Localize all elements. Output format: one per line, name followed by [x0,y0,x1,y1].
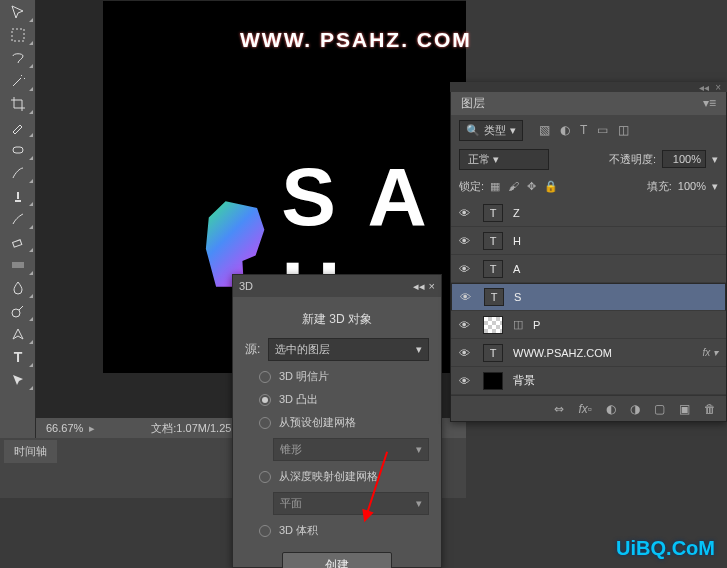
panel-3d: 3D ◂◂ × 新建 3D 对象 源: 选中的图层 ▾ 3D 明信片 3D 凸出… [232,274,442,568]
path-select-tool[interactable] [2,369,34,391]
layer-row[interactable]: 👁TWWW.PSAHZ.COMfx ▾ [451,339,726,367]
filter-type-icon[interactable]: T [580,123,587,137]
lock-row: 锁定: ▦ 🖌 ✥ 🔒 填充: 100% ▾ [451,173,726,199]
chevron-down-icon: ▾ [416,343,422,356]
lock-position-icon[interactable]: ✥ [527,180,536,193]
new-layer-icon[interactable]: ▣ [679,402,690,416]
filter-adjust-icon[interactable]: ◐ [560,123,570,137]
heal-tool[interactable] [2,139,34,161]
fx-icon[interactable]: fx▫ [578,402,592,416]
svg-rect-3 [12,262,24,268]
blend-row: 正常 ▾ 不透明度: 100% ▾ [451,145,726,173]
radio-postcard[interactable]: 3D 明信片 [259,369,429,384]
crop-tool[interactable] [2,93,34,115]
radio-volume[interactable]: 3D 体积 [259,523,429,538]
layer-name[interactable]: 背景 [513,373,718,388]
svg-rect-2 [13,240,22,247]
visibility-icon[interactable]: 👁 [459,347,473,359]
visibility-icon[interactable]: 👁 [459,375,473,387]
layer-name[interactable]: WWW.PSAHZ.COM [513,347,692,359]
trash-icon[interactable]: 🗑 [704,402,716,416]
layer-row[interactable]: 👁背景 [451,367,726,395]
pen-tool[interactable] [2,323,34,345]
layers-panel: 图层 ▾≡ 🔍 类型 ▾ ▧ ◐ T ▭ ◫ 正常 ▾ 不透明度: 100% ▾… [450,82,727,422]
layer-thumb: T [483,344,503,362]
timeline-tab[interactable]: 时间轴 [4,440,57,463]
marquee-tool[interactable] [2,24,34,46]
blend-mode-select[interactable]: 正常 ▾ [459,149,549,170]
layer-row[interactable]: 👁TS [451,283,726,311]
layer-row[interactable]: 👁TZ [451,199,726,227]
layer-thumb [483,316,503,334]
panel-3d-tab[interactable]: 3D [239,280,253,292]
group-icon[interactable]: ▢ [654,402,665,416]
mask-icon[interactable]: ◐ [606,402,616,416]
fill-label: 填充: [647,179,672,194]
panel-3d-header[interactable]: 3D ◂◂ × [233,275,441,297]
source-select[interactable]: 选中的图层 ▾ [268,338,429,361]
gradient-tool[interactable] [2,254,34,276]
radio-extrude[interactable]: 3D 凸出 [259,392,429,407]
layer-name[interactable]: A [513,263,718,275]
layer-name[interactable]: S [514,291,717,303]
wand-tool[interactable] [2,70,34,92]
filter-smart-icon[interactable]: ◫ [618,123,629,137]
filter-pixel-icon[interactable]: ▧ [539,123,550,137]
move-tool[interactable] [2,1,34,23]
layers-tab[interactable]: 图层 [461,95,485,112]
dodge-tool[interactable] [2,300,34,322]
watermark-url: WWW. PSAHZ. COM [240,28,472,52]
blur-tool[interactable] [2,277,34,299]
svg-point-4 [12,309,20,317]
layer-row[interactable]: 👁◫P [451,311,726,339]
visibility-icon[interactable]: 👁 [459,235,473,247]
stamp-tool[interactable] [2,185,34,207]
visibility-icon[interactable]: 👁 [459,319,473,331]
layers-bottom-bar: ⇔ fx▫ ◐ ◑ ▢ ▣ 🗑 [451,395,726,421]
chevron-down-icon[interactable]: ▾ [712,180,718,193]
visibility-icon[interactable]: 👁 [460,291,474,303]
panel-3d-controls: ◂◂ × [413,280,435,293]
adjustment-icon[interactable]: ◑ [630,402,640,416]
zoom-level[interactable]: 66.67% [46,422,83,434]
link-layers-icon[interactable]: ⇔ [554,402,564,416]
close-icon[interactable]: × [715,82,721,93]
eyedropper-tool[interactable] [2,116,34,138]
fill-input[interactable]: 100% [678,180,706,192]
radio-depth[interactable]: 从深度映射创建网格 [259,469,429,484]
svg-rect-0 [12,29,24,41]
lock-image-icon[interactable]: 🖌 [508,180,519,193]
chevron-down-icon[interactable]: ▾ [712,153,718,166]
depth-select: 平面▾ [273,492,429,515]
svg-rect-1 [13,147,23,153]
zoom-arrow-icon[interactable]: ▸ [89,422,95,435]
fx-badge[interactable]: fx ▾ [702,347,718,358]
type-tool[interactable]: T [2,346,34,368]
layer-row[interactable]: 👁TH [451,227,726,255]
collapse-icon[interactable]: ◂◂ [699,82,709,93]
lasso-tool[interactable] [2,47,34,69]
radio-preset[interactable]: 从预设创建网格 [259,415,429,430]
filter-shape-icon[interactable]: ▭ [597,123,608,137]
close-icon[interactable]: × [429,280,435,293]
history-brush-tool[interactable] [2,208,34,230]
layer-name[interactable]: P [533,319,718,331]
collapse-icon[interactable]: ◂◂ [413,280,425,293]
brush-tool[interactable] [2,162,34,184]
visibility-icon[interactable]: 👁 [459,207,473,219]
layers-tab-bar: 图层 ▾≡ [451,91,726,115]
lock-transparent-icon[interactable]: ▦ [490,180,500,193]
layer-name[interactable]: Z [513,207,718,219]
opacity-input[interactable]: 100% [662,150,706,168]
layer-name[interactable]: H [513,235,718,247]
lock-all-icon[interactable]: 🔒 [544,180,558,193]
chevron-down-icon: ▾ [510,124,516,137]
filter-kind-select[interactable]: 🔍 类型 ▾ [459,120,523,141]
eraser-tool[interactable] [2,231,34,253]
panel-menu-icon[interactable]: ▾≡ [703,96,716,110]
create-button[interactable]: 创建 [282,552,392,568]
page-watermark: UiBQ.CoM [616,537,715,560]
search-icon: 🔍 [466,124,480,137]
visibility-icon[interactable]: 👁 [459,263,473,275]
layer-row[interactable]: 👁TA [451,255,726,283]
